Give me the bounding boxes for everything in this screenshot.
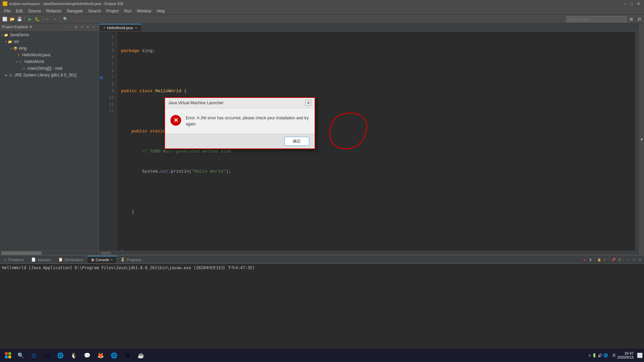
tree-item-king[interactable]: ▾ 📦 king	[0, 45, 99, 52]
penguin-app-button[interactable]: 🐧	[67, 349, 80, 361]
code-line-6: // TODO Auto-generated method stub	[121, 148, 631, 155]
tab-javadoc[interactable]: 📄 Javadoc	[28, 256, 55, 263]
search-button[interactable]: 🔍	[15, 349, 27, 361]
menu-edit[interactable]: Edit	[13, 8, 25, 14]
bp-sep-2	[609, 257, 609, 262]
console-output-text: HelloWorld [Java Application] D:\Program…	[2, 265, 642, 271]
menu-project[interactable]: Project	[104, 8, 121, 14]
code-line-9: }	[121, 208, 631, 215]
title-bar: E eclipse-workspace - JavaDemo/src/king/…	[0, 0, 644, 7]
menu-bar: File Edit Source Refactor Navigate Searc…	[0, 7, 644, 15]
toolbar-btn-back[interactable]: ←	[44, 16, 51, 22]
menu-window[interactable]: Window	[134, 8, 154, 14]
close-console-btn[interactable]: ✕	[637, 257, 643, 262]
toolbar-btn-search[interactable]: 🔍	[62, 16, 69, 22]
toolbar-btn-save[interactable]: 💾	[16, 16, 23, 22]
new-console-btn[interactable]: ➕	[617, 257, 622, 262]
file-explorer-button[interactable]: 🗂	[40, 349, 54, 361]
tab-declaration[interactable]: 📋 Declaration	[55, 256, 87, 263]
penguin-icon: 🐧	[70, 352, 77, 359]
toolbar-btn-debug[interactable]: 🐛	[34, 16, 41, 22]
start-button[interactable]	[1, 349, 15, 361]
close-button[interactable]: ✕	[635, 1, 641, 7]
minimize-button[interactable]: ─	[622, 1, 628, 7]
code-line-8	[121, 188, 631, 195]
code-hscroll	[99, 251, 639, 255]
show-desktop-btn[interactable]: ⬜	[637, 353, 643, 358]
view-menu-btn[interactable]: ▾	[79, 24, 85, 30]
menu-search[interactable]: Search	[86, 8, 104, 14]
terminal-button[interactable]: 🖥	[121, 349, 134, 361]
toolbar-btn-open[interactable]: 📂	[9, 16, 15, 22]
wechat-button[interactable]: 💬	[80, 349, 94, 361]
marker-1	[99, 34, 104, 41]
max-console-btn[interactable]: □	[631, 257, 637, 262]
tab-console-close[interactable]: ✕	[110, 258, 113, 261]
menu-navigate[interactable]: Navigate	[64, 8, 85, 14]
window-title: eclipse-workspace - JavaDemo/src/king/He…	[9, 2, 123, 6]
scroll-lock-btn[interactable]: 🔒	[596, 257, 602, 262]
toolbar-perspective-btn[interactable]: ⊞	[628, 16, 635, 22]
stop-btn[interactable]: ■	[582, 257, 587, 262]
tree-item-javademo[interactable]: ▾ 📁 JavaDemo	[0, 32, 99, 38]
menu-help[interactable]: Help	[154, 8, 168, 14]
package-icon: 📦	[13, 46, 18, 51]
toolbar-btn-new[interactable]: ⬜	[1, 16, 8, 22]
toolbar-btn-forward[interactable]: →	[52, 16, 58, 22]
tab-close-btn[interactable]: ✕	[135, 26, 138, 29]
clock-date: 2020/9/15	[617, 355, 634, 359]
quick-access-input[interactable]	[566, 16, 627, 22]
browser-button[interactable]: 🌐	[54, 349, 67, 361]
code-hscroll-thumb[interactable]	[101, 252, 111, 254]
toolbar-btn-run[interactable]: ▶	[26, 16, 33, 22]
console-clear-btn[interactable]: 🗑	[588, 257, 593, 262]
clock-time: 16:47	[617, 351, 634, 355]
firefox-button[interactable]: 🦊	[94, 349, 107, 361]
expand-icon-src: ▾	[5, 40, 7, 43]
library-icon: 🏛	[8, 73, 13, 77]
close-panel-btn[interactable]: ✕	[85, 24, 91, 30]
tree-item-src[interactable]: ▾ 📂 src	[0, 38, 99, 45]
dialog-body: ✕ Error: A JNI error has occurred, pleas…	[165, 108, 315, 134]
tree-label: king	[19, 46, 26, 51]
svg-rect-3	[8, 356, 11, 358]
declaration-icon: 📋	[58, 257, 63, 262]
jvm-error-dialog: Java Virtual Machine Launcher ✕ ✕ Error:…	[164, 97, 315, 149]
hscroll-thumb[interactable]	[1, 251, 42, 255]
dialog-title: Java Virtual Machine Launcher	[168, 101, 224, 105]
java-button[interactable]: ☕	[134, 349, 148, 361]
collapse-btn[interactable]: ⊟	[73, 24, 78, 30]
maximize-button[interactable]: □	[629, 1, 635, 7]
bottom-panel: ⚠ Problems 📄 Javadoc 📋 Declaration 🖥 Con…	[0, 255, 644, 349]
svg-rect-2	[5, 356, 8, 358]
menu-file[interactable]: File	[1, 8, 13, 14]
chrome-button[interactable]: 🌐	[107, 349, 121, 361]
dialog-close-button[interactable]: ✕	[305, 100, 311, 106]
progress-icon: ⏳	[120, 257, 125, 262]
marker-11	[99, 101, 104, 108]
editor-tab-helloworld[interactable]: J HelloWorld.java ✕	[99, 24, 142, 31]
taskview-button[interactable]: ⊡	[27, 349, 40, 361]
menu-source[interactable]: Source	[25, 8, 44, 14]
code-line-1: package king;	[121, 48, 631, 54]
menu-run[interactable]: Run	[121, 8, 134, 14]
svg-rect-0	[5, 352, 8, 355]
toolbar-views-btn[interactable]: ⊟	[636, 16, 643, 22]
min-panel-btn[interactable]: □	[91, 24, 97, 30]
marker-9	[99, 88, 104, 95]
tree-item-main[interactable]: m main(String[]) : void	[0, 65, 99, 72]
dialog-ok-button[interactable]: 确定	[284, 137, 309, 146]
tab-problems[interactable]: ⚠ Problems	[0, 256, 28, 263]
sync-btn[interactable]: ↕	[67, 24, 72, 30]
min-console-btn[interactable]: ─	[625, 257, 631, 262]
tree-item-hwjava[interactable]: J HelloWorld.java	[0, 52, 99, 58]
tab-console[interactable]: 🖥 Console ✕	[87, 256, 117, 263]
tab-progress[interactable]: ⏳ Progress _	[117, 256, 148, 263]
dialog-title-bar: Java Virtual Machine Launcher ✕	[165, 98, 315, 108]
pin-console-btn[interactable]: 📌	[611, 257, 616, 262]
right-sidebar-collapse[interactable]: ▶	[639, 23, 644, 255]
tree-item-jre[interactable]: ▶ 🏛 JRE System Library [jdk1.8.0_261]	[0, 72, 99, 78]
tree-item-hwclass[interactable]: ▾ C HelloWorld	[0, 58, 99, 65]
menu-refactor[interactable]: Refactor	[44, 8, 64, 14]
word-wrap-btn[interactable]: ↵	[602, 257, 608, 262]
